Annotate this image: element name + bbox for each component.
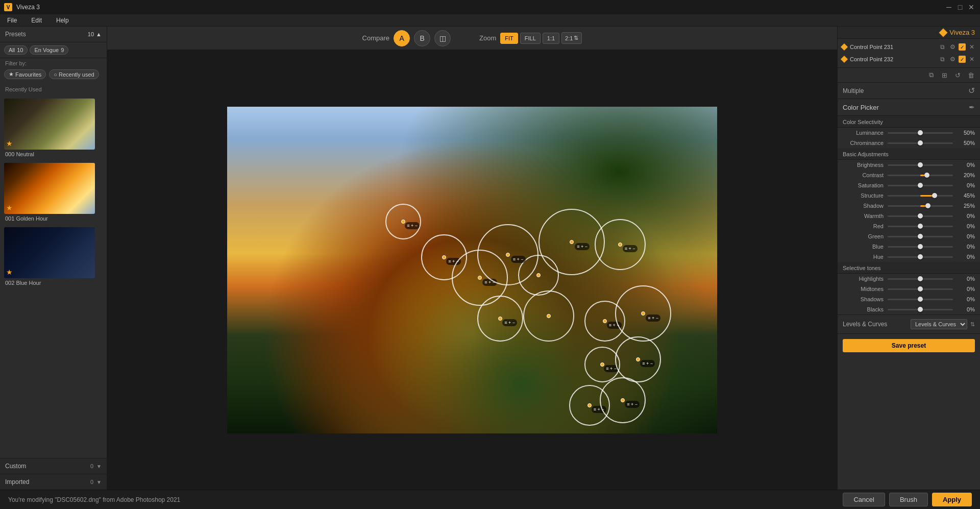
control-point-circle[interactable]: ≡ + −	[595, 219, 646, 270]
cp-tool-link-icon[interactable]: ⊞	[939, 70, 949, 80]
close-button[interactable]: ✕	[967, 3, 976, 12]
slider-label: Hue	[843, 254, 884, 260]
cp-checkbox[interactable]: ✓	[959, 56, 966, 63]
slider-track[interactable]	[888, 236, 953, 237]
control-point-circle[interactable]: ≡ + −	[385, 204, 421, 239]
slider-track[interactable]	[888, 164, 953, 166]
imported-category-left: Imported	[5, 478, 29, 486]
list-item[interactable]: ★ 002 Blue Hour	[0, 225, 107, 289]
list-item[interactable]: Control Point 231 ⧉ ⚙ ✓ ✕	[838, 41, 980, 53]
slider-track[interactable]	[888, 256, 953, 258]
cp-tool-reset-icon[interactable]: ↺	[952, 70, 963, 80]
compare-b-button[interactable]: B	[414, 30, 430, 46]
brush-button[interactable]: Brush	[889, 493, 928, 506]
slider-thumb[interactable]	[918, 140, 923, 146]
control-point-dot	[603, 319, 607, 323]
cp-copy-icon[interactable]: ⧉	[938, 55, 946, 63]
apply-button[interactable]: Apply	[932, 493, 972, 506]
multiple-row: Multiple ↺	[838, 83, 980, 99]
slider-track[interactable]	[888, 288, 953, 290]
zoom-1x-button[interactable]: 1:1	[543, 33, 559, 44]
list-item[interactable]: Control Point 232 ⧉ ⚙ ✓ ✕	[838, 53, 980, 65]
presets-list: ★ 000 Neutral ★ 001 Golden Hour ★ 002 Bl…	[0, 94, 107, 458]
slider-value: 0%	[957, 306, 975, 312]
cp-checkbox[interactable]: ✓	[959, 43, 966, 51]
slider-thumb[interactable]	[918, 162, 923, 167]
slider-thumb[interactable]	[918, 224, 923, 229]
slider-track[interactable]	[888, 215, 953, 217]
menu-file[interactable]: File	[4, 16, 20, 25]
zoom-group: FIT FILL 1:1 2:1 ⇅	[500, 32, 582, 44]
imported-category-header[interactable]: Imported 0 ▼	[0, 474, 107, 490]
favourites-filter-tag[interactable]: ★ Favourites	[4, 69, 46, 79]
maximize-button[interactable]: □	[955, 3, 965, 12]
slider-track[interactable]	[888, 278, 953, 280]
minimize-button[interactable]: ─	[944, 3, 953, 12]
levels-expand-icon[interactable]: ⇅	[970, 321, 975, 328]
slider-thumb[interactable]	[918, 234, 923, 239]
cp-trash-icon[interactable]: ✕	[968, 43, 976, 51]
control-point-circle[interactable]	[523, 290, 574, 342]
slider-thumb[interactable]	[918, 183, 923, 188]
slider-thumb[interactable]	[918, 130, 923, 135]
zoom-2x-stepper[interactable]: 2:1 ⇅	[561, 32, 582, 44]
slider-track[interactable]	[888, 175, 953, 176]
slider-track[interactable]	[888, 299, 953, 300]
slider-thumb[interactable]	[918, 286, 923, 292]
eyedropper-icon[interactable]: ✒	[969, 103, 975, 111]
slider-track[interactable]	[888, 205, 953, 207]
slider-track[interactable]	[888, 246, 953, 248]
slider-thumb[interactable]	[918, 276, 923, 281]
slider-thumb[interactable]	[918, 244, 923, 249]
save-preset-button[interactable]: Save preset	[843, 339, 975, 352]
control-point-circle[interactable]: ≡ + −	[477, 224, 538, 285]
compare-split-button[interactable]: ◫	[434, 30, 451, 46]
slider-row: Hue0%	[838, 252, 980, 262]
cp-settings-icon[interactable]: ⚙	[948, 55, 957, 63]
compare-a-button[interactable]: A	[394, 30, 410, 46]
cp-tool-trash-icon[interactable]: 🗑	[966, 70, 976, 80]
slider-track[interactable]	[888, 309, 953, 310]
control-point-circle[interactable]: ≡ + −	[477, 296, 523, 342]
slider-thumb[interactable]	[918, 213, 923, 219]
cp-diamond-icon	[841, 43, 848, 51]
slider-track[interactable]	[888, 132, 953, 134]
control-point-circle[interactable]: ≡ + −	[584, 347, 620, 382]
slider-track[interactable]	[888, 226, 953, 227]
menu-edit[interactable]: Edit	[28, 16, 45, 25]
slider-thumb[interactable]	[924, 173, 929, 178]
canvas-container[interactable]: ≡ + − ≡ + − ≡ + − ≡ + −	[107, 50, 837, 490]
control-point-dot	[401, 220, 405, 224]
filter-envogue-button[interactable]: En Vogue 9	[30, 45, 68, 55]
slider-thumb[interactable]	[918, 307, 923, 312]
menu-help[interactable]: Help	[53, 16, 72, 25]
recently-used-filter-tag[interactable]: ○ Recently used	[49, 69, 99, 79]
slider-track[interactable]	[888, 185, 953, 186]
cp-tool-duplicate-icon[interactable]: ⧉	[926, 70, 936, 80]
cp-settings-icon[interactable]: ⚙	[948, 43, 957, 51]
slider-thumb[interactable]	[918, 297, 923, 302]
custom-category-header[interactable]: Custom 0 ▼	[0, 458, 107, 474]
zoom-fill-button[interactable]: FILL	[520, 33, 541, 44]
control-point-circle[interactable]: ≡ + −	[600, 377, 646, 423]
slider-thumb[interactable]	[925, 203, 930, 208]
cp-trash-icon[interactable]: ✕	[968, 55, 976, 63]
slider-track[interactable]	[888, 142, 953, 144]
cancel-button[interactable]: Cancel	[843, 493, 885, 506]
multiple-reset-icon[interactable]: ↺	[968, 86, 975, 95]
slider-thumb[interactable]	[932, 193, 937, 198]
cp-copy-icon[interactable]: ⧉	[938, 43, 946, 51]
slider-label: Saturation	[843, 182, 884, 188]
filter-all-button[interactable]: All 10	[4, 45, 28, 55]
list-item[interactable]: ★ 001 Golden Hour	[0, 161, 107, 225]
control-point-circle[interactable]: ≡ + −	[615, 285, 671, 342]
control-point-dot	[506, 253, 510, 257]
zoom-fit-button[interactable]: FIT	[500, 33, 518, 44]
slider-track[interactable]	[888, 195, 953, 197]
custom-label: Custom	[5, 463, 26, 470]
list-item[interactable]: ★ 000 Neutral	[0, 96, 107, 161]
levels-select[interactable]: Levels & Curves	[911, 319, 967, 329]
control-point-circle[interactable]: ≡ + −	[615, 336, 661, 382]
slider-row: Green0%	[838, 231, 980, 241]
slider-thumb[interactable]	[918, 254, 923, 259]
